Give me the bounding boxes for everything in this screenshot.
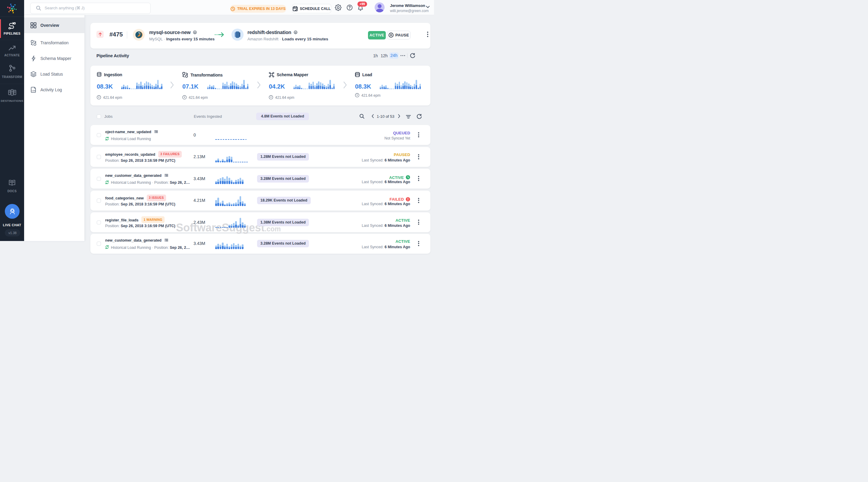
svg-text:LOG: LOG [32,90,36,92]
